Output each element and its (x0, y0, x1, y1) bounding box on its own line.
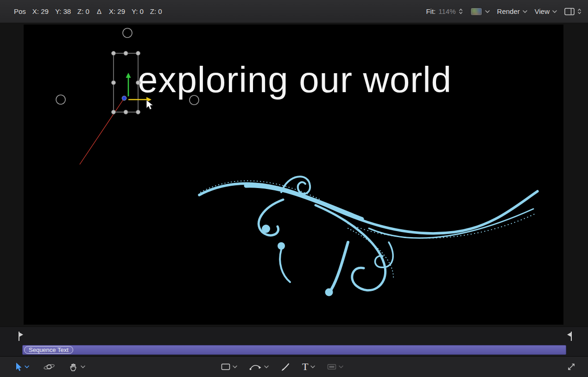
render-menu[interactable]: Render (497, 7, 527, 15)
control-point (123, 28, 132, 38)
delta-x-value: X: 29 (109, 7, 125, 15)
motion-path-line[interactable] (80, 98, 124, 164)
fit-value: 114% (438, 7, 455, 15)
pos-x-value: X: 29 (32, 7, 49, 15)
render-label: Render (497, 7, 520, 15)
paint-stroke-tool-button[interactable] (281, 362, 290, 371)
rectangle-icon (221, 363, 230, 371)
pos-z-value: Z: 0 (77, 7, 89, 15)
canvas-toolbar: Pos X: 29 Y: 38 Z: 0 Δ X: 29 Y: 0 Z: 0 F… (0, 0, 588, 23)
color-channels-icon (470, 7, 482, 16)
chevron-down-icon (339, 365, 343, 368)
mouse-cursor-icon (146, 100, 153, 109)
gizmo-anchor-point[interactable] (122, 96, 126, 101)
bezier-tool-button[interactable] (249, 362, 269, 371)
chevron-down-icon (264, 365, 269, 368)
chevron-down-icon (523, 10, 527, 13)
channels-popup[interactable] (470, 7, 490, 16)
canvas-viewport[interactable]: exploring our world (24, 25, 563, 325)
chevron-down-icon (81, 365, 85, 368)
shape-tool-button[interactable] (221, 363, 237, 371)
timeline-track-label[interactable]: Sequence Text (24, 346, 73, 354)
pan-tool-button[interactable] (69, 362, 85, 371)
view-menu[interactable]: View (535, 7, 557, 15)
brush-stroke-icon (281, 362, 290, 371)
transform-gizmo[interactable] (122, 73, 152, 102)
selection-handles[interactable] (112, 51, 140, 114)
orbit-icon (43, 362, 55, 371)
flourish-graphic[interactable] (199, 176, 537, 296)
zoom-fit-control[interactable]: Fit: 114% (426, 7, 462, 15)
view-label: View (535, 7, 550, 15)
rectangle-icon (327, 363, 336, 371)
chevron-down-icon (310, 365, 315, 368)
chevron-down-icon (233, 365, 237, 368)
chevron-down-icon (485, 10, 490, 13)
delta-symbol: Δ (97, 7, 101, 15)
mini-timeline: Sequence Text (0, 327, 588, 356)
updown-chevrons-icon (577, 8, 582, 15)
pos-label: Pos (14, 7, 26, 15)
select-tool-button[interactable] (15, 362, 29, 371)
timeline-in-point-icon[interactable] (18, 331, 24, 341)
control-point-circles[interactable] (56, 28, 199, 105)
updown-chevrons-icon (459, 8, 463, 15)
text-tool-icon: T (302, 362, 308, 372)
tools-toolbar: T (0, 356, 588, 377)
gizmo-y-axis-arrow[interactable] (126, 73, 131, 96)
hand-icon (69, 362, 78, 371)
control-point (190, 95, 199, 105)
fit-label: Fit: (426, 7, 436, 15)
pos-y-value: Y: 38 (55, 7, 71, 15)
arrow-cursor-icon (15, 362, 22, 371)
resize-handle-icon[interactable] (567, 362, 576, 371)
mask-tool-button-disabled (327, 363, 343, 371)
position-readout: Pos X: 29 Y: 38 Z: 0 Δ X: 29 Y: 0 Z: 0 (14, 7, 162, 15)
orbit-3d-tool-button[interactable] (43, 362, 55, 371)
canvas-overlay (24, 25, 563, 325)
chevron-down-icon (552, 10, 557, 13)
delta-y-value: Y: 0 (132, 7, 144, 15)
text-tool-button[interactable]: T (302, 362, 315, 372)
pen-curve-icon (249, 362, 262, 371)
control-point (56, 95, 65, 104)
chevron-down-icon (25, 365, 29, 368)
panel-layout-icon (564, 8, 575, 15)
workspace: exploring our world (0, 23, 588, 327)
selection-bounding-box[interactable] (112, 51, 140, 114)
delta-z-value: Z: 0 (150, 7, 162, 15)
timeline-out-point-icon[interactable] (566, 331, 573, 341)
canvas-layout-popup[interactable] (564, 8, 582, 15)
timeline-track-bar[interactable]: Sequence Text (22, 345, 566, 355)
